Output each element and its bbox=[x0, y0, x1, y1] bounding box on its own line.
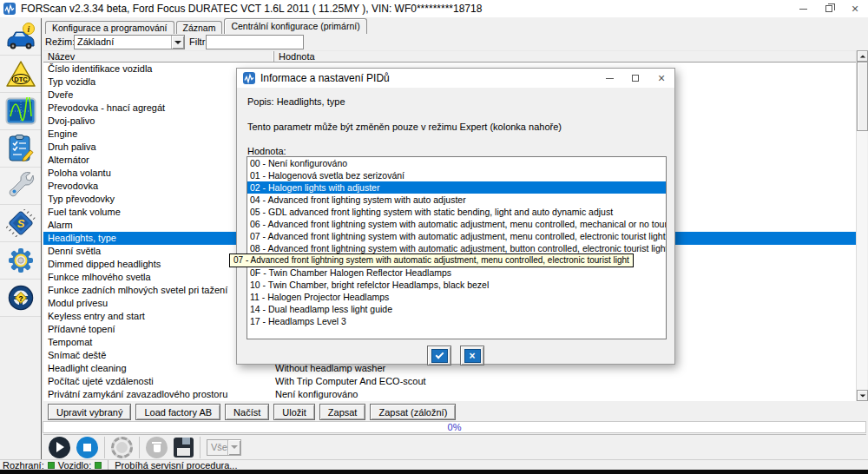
mode-value: Základní bbox=[77, 36, 114, 47]
wrench-icon bbox=[6, 172, 36, 200]
dialog-option[interactable]: 04 - Advanced front lighting system with… bbox=[247, 194, 666, 206]
toolbar-divider bbox=[200, 437, 201, 458]
svg-text:DTC: DTC bbox=[14, 76, 28, 83]
dialog-option[interactable]: 06 - Advanced front lightning system wit… bbox=[247, 218, 666, 230]
progress-bar: 0% bbox=[43, 421, 866, 433]
interface-status-led bbox=[48, 462, 55, 469]
pid-description: Popis: Headlights, type bbox=[247, 96, 345, 107]
dialog-option[interactable]: 01 - Halogenová svetla bez serizování bbox=[247, 169, 666, 181]
scroll-down-button[interactable] bbox=[857, 390, 868, 401]
screen-bottom-edge bbox=[0, 470, 868, 474]
sidebar: i DTC bbox=[0, 18, 41, 317]
minimize-button[interactable] bbox=[790, 0, 816, 17]
dtc-warning-icon: DTC bbox=[5, 59, 36, 89]
settings-button[interactable] bbox=[0, 242, 41, 280]
tab-konfigurace-a-programov-n[interactable]: Konfigurace a programování bbox=[45, 21, 174, 34]
dialog-minimize-button[interactable] bbox=[596, 69, 622, 88]
table-row[interactable]: Privátní zamykání zavazadlového prostoru… bbox=[43, 388, 856, 401]
dialog-option[interactable]: 14 - Dual headlamp less light guide bbox=[247, 303, 666, 315]
oscilloscope-icon bbox=[5, 97, 36, 125]
play-button[interactable] bbox=[49, 437, 70, 458]
restore-button[interactable] bbox=[816, 0, 842, 17]
close-button[interactable]: × bbox=[842, 0, 868, 17]
clear-button[interactable] bbox=[146, 437, 168, 458]
oscilloscope-button[interactable] bbox=[0, 93, 41, 130]
na-st-button[interactable]: Načíst bbox=[225, 404, 269, 420]
forscan-app-icon bbox=[3, 3, 16, 15]
mode-label: Režim: bbox=[45, 36, 75, 47]
upravit-vybran-button[interactable]: Upravit vybraný bbox=[48, 404, 131, 420]
ulo-it-button[interactable]: Uložit bbox=[273, 404, 315, 420]
tab-centr-ln-konfigurace-prim-rn[interactable]: Centrální konfigurace (primární) bbox=[224, 18, 366, 34]
dialog-option[interactable]: 10 - Twin Chamber, bright refelctor Head… bbox=[247, 279, 666, 291]
title-bar[interactable]: FORScan v2.3.34 beta, Ford Focus DURATEC… bbox=[0, 0, 868, 17]
dialog-option[interactable]: 0F - Twin Chamber Halogen Reflector Head… bbox=[247, 267, 666, 279]
maximize-icon bbox=[632, 75, 639, 82]
table-row[interactable]: Počítač ujeté vzdálenostiWith Trip Compu… bbox=[43, 375, 856, 388]
cancel-dialog-button[interactable]: × bbox=[460, 346, 484, 365]
close-icon: × bbox=[658, 72, 665, 84]
dialog-option[interactable]: 05 - GDL advanced front lighting system … bbox=[247, 206, 666, 218]
value-label: Hodnota: bbox=[247, 146, 286, 156]
scrollbar-thumb[interactable] bbox=[857, 62, 868, 131]
pid-note: Tento parametr může být změněn pouze v r… bbox=[247, 122, 562, 132]
toolbar-divider bbox=[104, 437, 105, 458]
chip-icon: S bbox=[6, 209, 36, 237]
dialog-app-icon bbox=[243, 72, 255, 84]
dialog-option[interactable]: 07 - Advanced front lightning system wit… bbox=[247, 230, 666, 242]
dialog-option[interactable]: 17 - Headlamps Level 3 bbox=[247, 315, 666, 327]
column-header-nazev[interactable]: Název bbox=[43, 51, 274, 62]
vehicle-status-led bbox=[95, 462, 102, 469]
mode-select[interactable]: Základní bbox=[74, 35, 185, 49]
action-button-row: Upravit vybranýLoad factory ABNačístUlož… bbox=[43, 403, 866, 421]
zapsat-z-lo-n-button[interactable]: Zapsat (záložní) bbox=[370, 404, 456, 420]
help-button[interactable]: ? bbox=[0, 280, 41, 317]
chevron-down-icon[interactable] bbox=[171, 36, 184, 49]
mode-row: Režim: Základní Filtr: bbox=[0, 34, 868, 50]
dialog-maximize-button[interactable] bbox=[622, 69, 648, 88]
scroll-down-icon bbox=[859, 394, 865, 397]
chevron-down-icon bbox=[227, 440, 240, 455]
x-icon: × bbox=[464, 349, 481, 363]
value-list: 00 - Není konfigurováno01 - Halogenová s… bbox=[247, 156, 667, 339]
save-button[interactable] bbox=[174, 438, 194, 458]
table-scrollbar[interactable] bbox=[856, 50, 867, 401]
restore-icon bbox=[825, 5, 832, 12]
minimize-icon bbox=[606, 78, 614, 79]
tests-button[interactable] bbox=[0, 130, 41, 168]
zapsat-button[interactable]: Zapsat bbox=[319, 404, 366, 420]
check-icon bbox=[431, 349, 448, 363]
dialog-buttons: × bbox=[237, 346, 674, 365]
filter-input[interactable] bbox=[206, 35, 304, 49]
column-header-hodnota[interactable]: Hodnota bbox=[274, 51, 856, 62]
service-button[interactable] bbox=[0, 168, 41, 205]
confirm-button[interactable] bbox=[427, 346, 451, 365]
toolbar-divider bbox=[139, 437, 140, 458]
scroll-up-button[interactable] bbox=[857, 50, 868, 62]
dialog-title-bar[interactable]: Informace a nastavení PIDů × bbox=[237, 69, 674, 88]
dialog-close-button[interactable]: × bbox=[648, 69, 674, 88]
status-message: Probíhá servisní procedura... bbox=[115, 460, 237, 471]
svg-text:?: ? bbox=[18, 294, 23, 303]
tab-z-znam[interactable]: Záznam bbox=[176, 21, 223, 34]
svg-text:i: i bbox=[27, 24, 30, 34]
scope-select[interactable]: Vše bbox=[207, 439, 241, 456]
programming-button[interactable]: S bbox=[0, 205, 41, 242]
interface-label: Rozhraní: bbox=[3, 460, 44, 471]
stop-button[interactable] bbox=[76, 437, 98, 458]
dialog-option[interactable]: 08 - Advanced front lightning system wit… bbox=[247, 242, 666, 254]
dialog-option[interactable]: 02 - Halogen lights with adjuster bbox=[247, 181, 666, 194]
steering-wheel-icon: ? bbox=[6, 284, 36, 312]
floppy-icon bbox=[182, 438, 190, 444]
gear-icon bbox=[6, 247, 36, 274]
dtc-button[interactable]: DTC bbox=[0, 56, 41, 93]
self-test-button[interactable] bbox=[111, 437, 133, 458]
load-factory-ab-button[interactable]: Load factory AB bbox=[135, 404, 220, 420]
dialog-option[interactable]: 11 - Halogen Projector Headlamps bbox=[247, 291, 666, 303]
dialog-option[interactable]: 00 - Není konfigurováno bbox=[247, 157, 666, 169]
stop-icon bbox=[83, 444, 91, 451]
minimize-icon bbox=[799, 9, 807, 10]
close-icon: × bbox=[852, 3, 858, 15]
window-title: FORScan v2.3.34 beta, Ford Focus DURATEC… bbox=[21, 0, 482, 17]
pid-dialog: Informace a nastavení PIDů × Popis: Head… bbox=[236, 68, 675, 365]
